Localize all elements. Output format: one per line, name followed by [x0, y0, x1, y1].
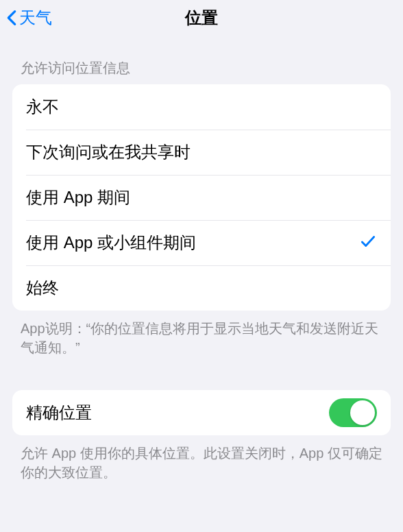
access-options-group: 永不 下次询问或在我共享时 使用 App 期间 使用 App 或小组件期间 始终: [12, 84, 391, 311]
back-button[interactable]: 天气: [5, 7, 52, 29]
page-title: 位置: [185, 7, 218, 29]
option-label: 下次询问或在我共享时: [26, 141, 191, 163]
option-never[interactable]: 永不: [12, 84, 391, 130]
precise-location-toggle[interactable]: [329, 398, 377, 427]
precise-location-label: 精确位置: [26, 402, 92, 424]
toggle-knob: [350, 400, 375, 425]
navigation-bar: 天气 位置: [0, 0, 403, 36]
access-section-header: 允许访问位置信息: [0, 36, 403, 84]
precise-location-group: 精确位置: [12, 390, 391, 435]
option-label: 始终: [26, 277, 59, 299]
option-label: 使用 App 期间: [26, 186, 130, 208]
option-always[interactable]: 始终: [12, 265, 391, 311]
option-ask-next-time[interactable]: 下次询问或在我共享时: [12, 130, 391, 175]
checkmark-icon: [359, 232, 377, 253]
option-while-using-app-or-widgets[interactable]: 使用 App 或小组件期间: [12, 220, 391, 265]
option-label: 使用 App 或小组件期间: [26, 232, 196, 254]
precise-section-footer: 允许 App 使用你的具体位置。此设置关闭时，App 仅可确定你的大致位置。: [0, 435, 403, 482]
back-label: 天气: [19, 7, 52, 29]
access-section-footer: App说明：“你的位置信息将用于显示当地天气和发送附近天气通知。”: [0, 311, 403, 357]
option-label: 永不: [26, 96, 59, 118]
option-while-using-app[interactable]: 使用 App 期间: [12, 175, 391, 220]
precise-location-row[interactable]: 精确位置: [12, 390, 391, 435]
chevron-left-icon: [5, 8, 18, 27]
